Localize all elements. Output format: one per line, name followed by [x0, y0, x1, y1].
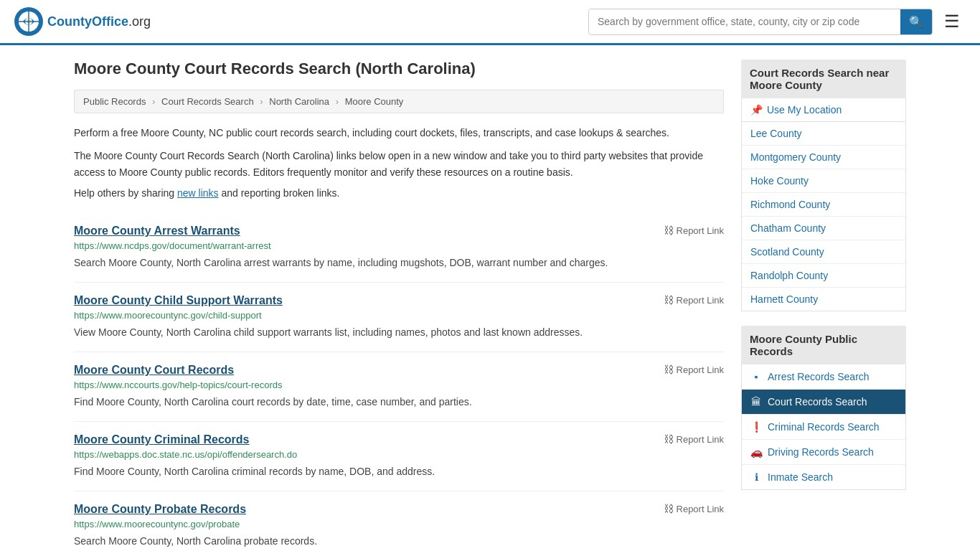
result-url[interactable]: https://www.ncdps.gov/document/warrant-a… [74, 240, 724, 251]
result-header: Moore County Court Records ⛓ Report Link [74, 364, 724, 377]
result-url[interactable]: https://www.nccourts.gov/help-topics/cou… [74, 380, 724, 390]
public-records-title: Moore County Public Records [741, 326, 906, 364]
intro-paragraph-2: The Moore County Court Records Search (N… [74, 148, 724, 180]
public-record-link[interactable]: ❗ Criminal Records Search [742, 415, 905, 439]
report-link[interactable]: ⛓ Report Link [664, 433, 724, 445]
result-desc: Search Moore County, North Carolina prob… [74, 534, 724, 549]
report-link[interactable]: ⛓ Report Link [664, 225, 724, 236]
help-text: Help others by sharing new links and rep… [74, 187, 724, 199]
pr-label: Inmate Search [768, 471, 833, 483]
nearby-county-link[interactable]: Lee County [750, 128, 802, 139]
breadcrumb-moore-county[interactable]: Moore County [345, 96, 404, 107]
pr-label: Criminal Records Search [768, 421, 880, 433]
nearby-county-link[interactable]: Hoke County [750, 175, 809, 187]
menu-icon[interactable]: ☰ [938, 9, 966, 34]
pr-icon: ℹ [750, 471, 762, 483]
nearby-county-link[interactable]: Randolph County [750, 270, 828, 281]
public-record-link[interactable]: 🏛 Court Records Search [742, 390, 905, 414]
result-item: Moore County Criminal Records ⛓ Report L… [74, 422, 724, 491]
public-record-item[interactable]: 🏛 Court Records Search [742, 390, 905, 415]
nearby-county-link[interactable]: Chatham County [750, 222, 826, 234]
result-title[interactable]: Moore County Court Records [74, 364, 234, 377]
results-container: Moore County Arrest Warrants ⛓ Report Li… [74, 213, 724, 551]
nearby-county-item[interactable]: Hoke County [742, 169, 905, 193]
nearby-county-link[interactable]: Scotland County [750, 246, 824, 258]
report-link-label: Report Link [677, 364, 724, 375]
nearby-counties-list: Lee CountyMontgomery CountyHoke CountyRi… [741, 122, 906, 311]
public-record-item[interactable]: ℹ Inmate Search [742, 465, 905, 489]
public-record-item[interactable]: 🚗 Driving Records Search [742, 440, 905, 465]
logo-area[interactable]: CountyOffice.org [14, 7, 151, 36]
result-url[interactable]: https://www.moorecountync.gov/probate [74, 519, 724, 529]
report-link-icon: ⛓ [664, 294, 674, 306]
nearby-county-item[interactable]: Randolph County [742, 264, 905, 288]
report-link-label: Report Link [677, 295, 724, 306]
result-item: Moore County Arrest Warrants ⛓ Report Li… [74, 213, 724, 283]
search-button[interactable]: 🔍 [900, 9, 932, 34]
result-desc: Search Moore County, North Carolina arre… [74, 255, 724, 270]
public-record-link[interactable]: ℹ Inmate Search [742, 465, 905, 489]
page-title: Moore County Court Records Search (North… [74, 60, 724, 78]
result-title[interactable]: Moore County Child Support Warrants [74, 294, 283, 307]
public-record-link[interactable]: ▪ Arrest Records Search [742, 364, 905, 389]
sidebar: Court Records Search near Moore County 📌… [741, 60, 906, 551]
nearby-section: Court Records Search near Moore County 📌… [741, 60, 906, 311]
public-record-link[interactable]: 🚗 Driving Records Search [742, 440, 905, 464]
report-link-icon: ⛓ [664, 433, 674, 445]
use-my-location-link[interactable]: Use My Location [767, 104, 842, 116]
breadcrumb-court-records[interactable]: Court Records Search [161, 96, 254, 107]
result-title[interactable]: Moore County Arrest Warrants [74, 225, 240, 237]
main-content: Moore County Court Records Search (North… [74, 60, 724, 551]
nearby-title: Court Records Search near Moore County [741, 60, 906, 98]
pr-icon: ▪ [750, 371, 762, 382]
search-box: 🔍 [588, 9, 933, 35]
nearby-county-link[interactable]: Richmond County [750, 199, 830, 210]
intro-paragraph-1: Perform a free Moore County, NC public c… [74, 125, 724, 141]
nearby-county-link[interactable]: Montgomery County [750, 151, 841, 163]
result-header: Moore County Probate Records ⛓ Report Li… [74, 503, 724, 516]
report-link[interactable]: ⛓ Report Link [664, 503, 724, 514]
nearby-county-item[interactable]: Scotland County [742, 240, 905, 264]
nearby-county-link[interactable]: Harnett County [750, 293, 818, 305]
page-header: CountyOffice.org 🔍 ☰ [0, 0, 980, 45]
breadcrumb-north-carolina[interactable]: North Carolina [269, 96, 329, 107]
report-link-icon: ⛓ [664, 364, 674, 375]
nearby-county-item[interactable]: Chatham County [742, 217, 905, 240]
nearby-county-item[interactable]: Montgomery County [742, 146, 905, 169]
public-record-item[interactable]: ▪ Arrest Records Search [742, 364, 905, 390]
result-url[interactable]: https://www.moorecountync.gov/child-supp… [74, 310, 724, 321]
nearby-county-item[interactable]: Richmond County [742, 193, 905, 217]
pr-label: Court Records Search [768, 396, 867, 408]
pr-label: Arrest Records Search [768, 371, 870, 382]
breadcrumb-public-records[interactable]: Public Records [83, 96, 146, 107]
logo-icon [14, 7, 43, 36]
report-link-label: Report Link [677, 225, 724, 236]
result-header: Moore County Criminal Records ⛓ Report L… [74, 433, 724, 446]
public-records-list: ▪ Arrest Records Search 🏛 Court Records … [741, 364, 906, 490]
result-desc: Find Moore County, North Carolina court … [74, 395, 724, 410]
report-link-icon: ⛓ [664, 503, 674, 514]
report-link-label: Report Link [677, 504, 724, 514]
pr-icon: 🚗 [750, 446, 762, 458]
public-records-section: Moore County Public Records ▪ Arrest Rec… [741, 326, 906, 490]
new-links-link[interactable]: new links [177, 187, 219, 199]
report-link[interactable]: ⛓ Report Link [664, 364, 724, 375]
result-title[interactable]: Moore County Probate Records [74, 503, 246, 516]
result-desc: Find Moore County, North Carolina crimin… [74, 464, 724, 479]
report-link[interactable]: ⛓ Report Link [664, 294, 724, 306]
use-my-location-item[interactable]: 📌 Use My Location [742, 98, 905, 121]
result-title[interactable]: Moore County Criminal Records [74, 433, 249, 446]
nearby-list: 📌 Use My Location [741, 98, 906, 122]
nearby-county-item[interactable]: Lee County [742, 122, 905, 146]
result-header: Moore County Child Support Warrants ⛓ Re… [74, 294, 724, 307]
result-item: Moore County Child Support Warrants ⛓ Re… [74, 283, 724, 352]
search-icon: 🔍 [909, 16, 923, 28]
result-url[interactable]: https://webapps.doc.state.nc.us/opi/offe… [74, 449, 724, 460]
public-record-item[interactable]: ❗ Criminal Records Search [742, 415, 905, 440]
nearby-county-item[interactable]: Harnett County [742, 288, 905, 311]
search-input[interactable] [589, 10, 900, 33]
search-area: 🔍 ☰ [588, 9, 966, 35]
main-container: Moore County Court Records Search (North… [60, 45, 920, 551]
result-desc: View Moore County, North Carolina child … [74, 325, 724, 340]
pr-label: Driving Records Search [768, 446, 874, 458]
